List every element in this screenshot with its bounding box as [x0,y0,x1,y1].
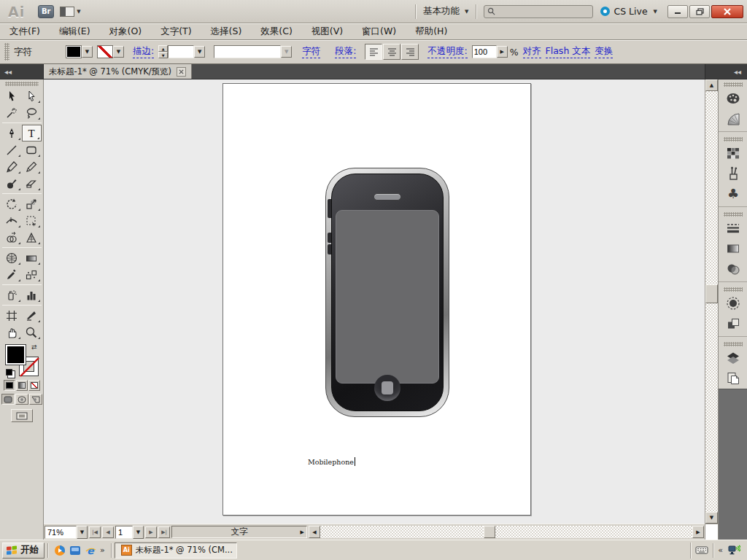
type-tool[interactable]: T [22,125,42,141]
line-segment-tool[interactable] [2,141,22,158]
vertical-scroll-thumb[interactable] [705,284,718,303]
opacity-input[interactable] [473,47,490,56]
dock-panel-appearance[interactable] [722,293,744,314]
width-profile-input[interactable] [214,47,276,56]
free-transform-tool[interactable] [22,212,42,229]
stepper-up-icon[interactable]: ▲ [158,45,168,52]
messenger-icon[interactable] [69,545,81,556]
first-artboard-button[interactable]: |◀ [89,526,101,538]
arrange-documents-button[interactable]: ▼ [60,7,80,17]
dock-grip[interactable] [724,137,743,141]
dock-grip[interactable] [724,342,743,346]
status-popup-icon[interactable]: ▶ [301,529,304,535]
network-status-icon[interactable] [727,545,740,556]
draw-normal-button[interactable] [1,394,15,405]
artboard-number-input[interactable] [116,526,132,538]
dock-grip[interactable] [724,212,743,217]
gradient-mode-button[interactable] [16,380,28,391]
color-mode-button[interactable] [4,380,15,391]
workspace-switcher[interactable]: 基本功能 ▼ [423,5,468,18]
align-panel-link[interactable]: 对齐 [523,45,541,58]
stroke-weight-stepper[interactable]: ▲ ▼ [158,45,168,58]
fill-color-black[interactable] [5,344,26,365]
paintbrush-tool[interactable] [2,158,22,175]
transform-link[interactable]: 变换 [595,45,613,58]
start-button[interactable]: 开始 [2,542,44,559]
restore-button[interactable] [689,5,710,18]
blob-brush-tool[interactable] [2,175,22,192]
screen-mode-button[interactable] [11,409,33,422]
next-artboard-button[interactable]: ▶ [145,526,157,538]
rotate-tool[interactable] [2,195,22,212]
default-fill-stroke-icon[interactable] [6,369,12,376]
tray-collapse-chevron[interactable]: « [718,545,723,555]
stroke-link[interactable]: 描边: [133,45,154,58]
draw-behind-button[interactable] [15,394,28,405]
dock-panel-layers[interactable] [722,348,744,368]
slice-tool[interactable] [22,307,42,324]
gradient-tool[interactable] [22,249,42,266]
menu-effect[interactable]: 效果(C) [251,24,301,39]
panel-grip[interactable] [4,43,9,61]
menu-help[interactable]: 帮助(H) [406,24,457,39]
symbol-sprayer-tool[interactable] [2,287,22,303]
status-display[interactable]: 文字 ▶ [171,526,307,538]
flash-text-link[interactable]: Flash 文本 [546,45,591,58]
scroll-up-button[interactable]: ▲ [705,79,718,91]
align-right-button[interactable] [401,44,419,60]
menu-window[interactable]: 窗口(W) [352,24,406,39]
blend-tool[interactable] [22,266,42,283]
text-object[interactable]: Mobilephone [308,457,355,466]
vertical-scrollbar[interactable]: ▲ ▼ [705,79,718,540]
align-left-button[interactable] [365,44,382,60]
width-tool[interactable] [2,212,22,229]
stroke-weight-combo[interactable]: ▲ ▼ ▼ [158,45,205,58]
tools-panel-collapse[interactable]: ◂◂ [0,64,44,79]
hand-tool[interactable] [2,324,22,341]
zoom-tool[interactable] [22,324,42,341]
cslive-menu[interactable]: CS Live ▼ [600,6,657,17]
menu-view[interactable]: 视图(V) [302,24,352,39]
horizontal-scroll-thumb[interactable] [484,526,495,538]
column-graph-tool[interactable] [22,287,42,303]
scroll-right-button[interactable]: ▶ [692,526,704,538]
paragraph-panel-link[interactable]: 段落: [335,45,356,58]
keyboard-input-icon[interactable] [695,545,708,555]
panel-grip[interactable] [5,82,39,86]
dock-panel-stroke[interactable] [722,218,744,238]
eyedropper-tool[interactable] [2,266,22,283]
canvas-pasteboard[interactable]: Mobilephone [44,79,705,524]
dock-panel-symbols[interactable]: ♣ [722,184,744,204]
dock-panel-brushes[interactable] [722,163,744,184]
last-artboard-button[interactable]: ▶| [158,526,170,538]
dock-panel-color-guide[interactable] [722,109,744,129]
stroke-weight-input[interactable] [169,47,190,56]
scroll-down-button[interactable]: ▼ [705,512,718,524]
menu-type[interactable]: 文字(T) [151,24,201,39]
internet-explorer-icon[interactable]: e [85,545,96,556]
dock-panel-graphic-styles[interactable] [722,314,744,334]
lasso-tool[interactable] [22,104,42,121]
dock-panel-transparency[interactable] [722,259,744,279]
perspective-grid-tool[interactable] [22,229,42,246]
swap-fill-stroke-icon[interactable]: ⇄ [31,343,37,351]
opacity-link[interactable]: 不透明度: [427,45,467,58]
shape-builder-tool[interactable] [2,229,22,246]
menu-file[interactable]: 文件(F) [0,24,50,39]
selection-tool[interactable] [2,88,22,104]
phone-illustration-body[interactable] [325,168,449,417]
scale-tool[interactable] [22,195,42,212]
direct-selection-tool[interactable] [22,88,42,104]
fill-color-picker[interactable]: ▼ [66,45,93,58]
dock-panel-swatches[interactable] [722,143,744,163]
search-box[interactable] [484,5,593,18]
rectangle-tool[interactable] [22,141,42,158]
menu-edit[interactable]: 编辑(E) [50,24,100,39]
menu-object[interactable]: 对象(O) [100,24,152,39]
draw-inside-button[interactable] [29,394,42,405]
dock-grip[interactable] [724,82,743,87]
dock-expand-button[interactable]: ◂◂ [705,64,747,79]
dock-panel-color[interactable] [722,88,744,109]
horizontal-scrollbar[interactable]: ◀ ▶ [309,526,704,538]
mesh-tool[interactable] [2,249,22,266]
